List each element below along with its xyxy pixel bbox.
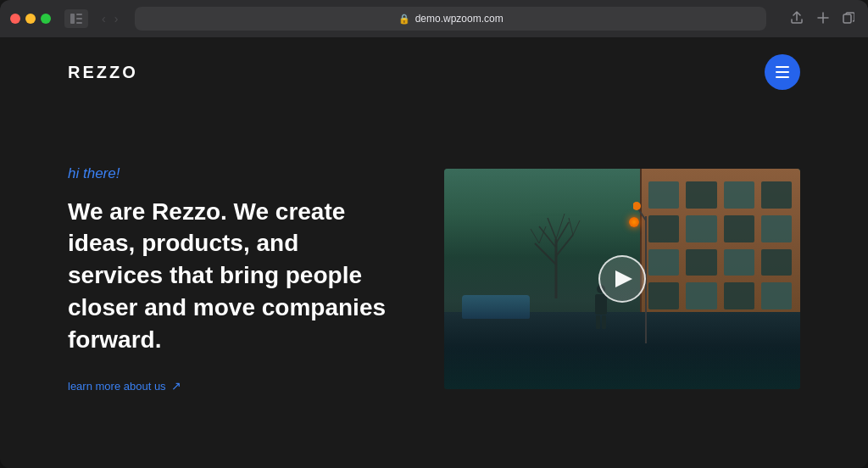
- svg-rect-4: [843, 14, 851, 23]
- learn-more-link[interactable]: learn more about us ↗: [68, 379, 393, 393]
- nav-arrows: ‹ ›: [98, 10, 121, 27]
- sidebar-toggle-button[interactable]: [64, 9, 88, 28]
- learn-more-text: learn more about us: [68, 380, 166, 393]
- website-content: REZZO hi there! We are Rezzo. We create …: [0, 37, 868, 468]
- svg-rect-0: [70, 14, 75, 24]
- svg-line-15: [569, 218, 573, 235]
- lock-icon: 🔒: [398, 14, 410, 25]
- greeting-text: hi there!: [68, 165, 393, 182]
- maximize-button[interactable]: [41, 14, 51, 24]
- car-silhouette: [462, 295, 530, 319]
- svg-line-14: [573, 220, 580, 235]
- share-icon[interactable]: [787, 9, 807, 29]
- svg-line-12: [531, 229, 539, 243]
- url-text: demo.wpzoom.com: [415, 13, 504, 25]
- street-reflection: [444, 345, 800, 389]
- traffic-lights: [10, 14, 51, 24]
- forward-arrow-icon[interactable]: ›: [111, 10, 122, 27]
- menu-button[interactable]: [765, 54, 800, 90]
- close-button[interactable]: [10, 14, 20, 24]
- play-triangle-icon: [615, 270, 632, 287]
- browser-action-buttons: [787, 9, 858, 29]
- video-thumbnail[interactable]: [444, 169, 800, 389]
- hero-heading: We are Rezzo. We create ideas, products,…: [68, 196, 393, 356]
- duplicate-icon[interactable]: [839, 10, 858, 28]
- svg-rect-2: [76, 18, 82, 20]
- svg-rect-3: [76, 22, 82, 24]
- svg-line-6: [535, 243, 556, 265]
- main-content: hi there! We are Rezzo. We create ideas,…: [0, 107, 868, 468]
- browser-chrome: ‹ › 🔒 demo.wpzoom.com: [0, 0, 868, 37]
- site-header: REZZO: [0, 37, 868, 107]
- svg-rect-1: [76, 14, 82, 15]
- address-bar[interactable]: 🔒 demo.wpzoom.com: [135, 7, 766, 31]
- svg-point-18: [633, 202, 641, 210]
- hero-text-section: hi there! We are Rezzo. We create ideas,…: [68, 165, 393, 393]
- svg-line-13: [539, 226, 546, 243]
- hamburger-icon: [776, 66, 789, 78]
- site-logo: REZZO: [68, 63, 138, 82]
- new-tab-icon[interactable]: [814, 10, 832, 28]
- play-button[interactable]: [598, 255, 646, 303]
- video-scene: [444, 169, 800, 389]
- svg-line-10: [548, 218, 556, 239]
- minimize-button[interactable]: [25, 14, 36, 24]
- learn-more-arrow-icon: ↗: [171, 379, 181, 393]
- back-arrow-icon[interactable]: ‹: [98, 10, 109, 27]
- browser-controls: [64, 9, 88, 28]
- browser-window: ‹ › 🔒 demo.wpzoom.com: [0, 0, 868, 468]
- bare-tree: [522, 180, 590, 298]
